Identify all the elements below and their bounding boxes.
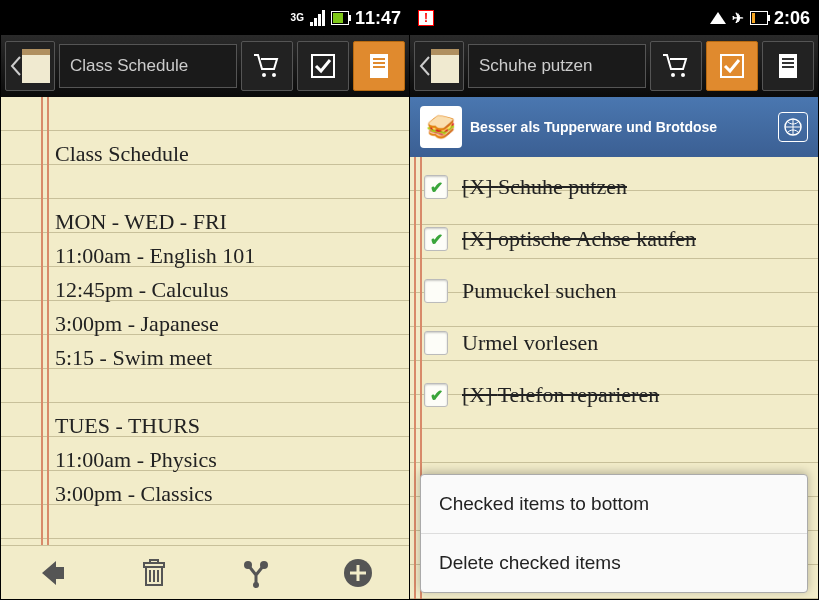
checkbox[interactable] <box>424 175 448 199</box>
clock: 11:47 <box>355 8 401 29</box>
phone-left: 3G 11:47 Class Schedule Class Schedule M… <box>1 1 409 599</box>
phone-right: ! ✈ 2:06 Schuhe putzen 🥪 Besser als Tupp… <box>409 1 818 599</box>
globe-button[interactable] <box>778 112 808 142</box>
shopping-mode-button[interactable] <box>241 41 293 91</box>
notepad-icon <box>22 49 50 83</box>
note-mode-button[interactable] <box>353 41 405 91</box>
note-title-field[interactable]: Schuhe putzen <box>468 44 646 88</box>
sandwich-icon: 🥪 <box>420 106 462 148</box>
signal-icon <box>310 10 325 26</box>
context-menu: Checked items to bottom Delete checked i… <box>420 474 808 593</box>
checklist-mode-button[interactable] <box>297 41 349 91</box>
checklist-item[interactable]: Telefon reparieren <box>410 369 818 421</box>
alert-icon: ! <box>418 10 434 26</box>
checklist-item[interactable]: Pumuckel suchen <box>410 265 818 317</box>
item-label: optische Achse kaufen <box>462 226 696 252</box>
note-line: MON - WED - FRI <box>55 205 397 239</box>
note-line: 11:00am - Physics <box>55 443 397 477</box>
back-button[interactable] <box>5 41 55 91</box>
checklist-item[interactable]: optische Achse kaufen <box>410 213 818 265</box>
svg-point-14 <box>671 73 675 77</box>
shopping-mode-button[interactable] <box>650 41 702 91</box>
checklist-paper: Schuhe putzen optische Achse kaufen Pumu… <box>410 157 818 599</box>
svg-point-1 <box>272 73 276 77</box>
svg-rect-16 <box>721 55 743 77</box>
checkbox[interactable] <box>424 279 448 303</box>
checkbox[interactable] <box>424 227 448 251</box>
item-label: Urmel vorlesen <box>462 330 598 356</box>
share-button[interactable] <box>236 553 276 593</box>
cart-icon <box>252 51 282 81</box>
network-3g-icon: 3G <box>291 13 304 23</box>
check-icon <box>308 51 338 81</box>
ad-banner[interactable]: 🥪 Besser als Tupperware und Brotdose <box>410 97 818 157</box>
note-line: 3:00pm - Classics <box>55 477 397 511</box>
status-bar: 3G 11:47 <box>1 1 409 35</box>
note-line: 3:00pm - Japanese <box>55 307 397 341</box>
back-arrow-button[interactable] <box>32 553 72 593</box>
plus-icon <box>342 557 374 589</box>
ad-text: Besser als Tupperware und Brotdose <box>470 119 770 136</box>
checkbox[interactable] <box>424 331 448 355</box>
app-bar: Class Schedule <box>1 35 409 97</box>
check-icon <box>717 51 747 81</box>
note-mode-button[interactable] <box>762 41 814 91</box>
item-label: Telefon reparieren <box>462 382 659 408</box>
note-paper[interactable]: Class Schedule MON - WED - FRI 11:00am -… <box>1 97 409 545</box>
note-line: TUES - THURS <box>55 409 397 443</box>
note-line: 11:00am - English 101 <box>55 239 397 273</box>
add-button[interactable] <box>338 553 378 593</box>
clock: 2:06 <box>774 8 810 29</box>
item-label: Schuhe putzen <box>462 174 627 200</box>
notepad-icon <box>431 49 459 83</box>
item-label: Pumuckel suchen <box>462 278 617 304</box>
share-icon <box>240 557 272 589</box>
checklist-mode-button[interactable] <box>706 41 758 91</box>
back-button[interactable] <box>414 41 464 91</box>
menu-delete-checked[interactable]: Delete checked items <box>421 533 807 592</box>
document-icon <box>364 51 394 81</box>
svg-point-12 <box>253 582 259 588</box>
document-icon <box>773 51 803 81</box>
app-bar: Schuhe putzen <box>410 35 818 97</box>
svg-point-15 <box>681 73 685 77</box>
menu-checked-to-bottom[interactable]: Checked items to bottom <box>421 475 807 533</box>
battery-icon <box>750 11 768 25</box>
checklist-item[interactable]: Urmel vorlesen <box>410 317 818 369</box>
delete-button[interactable] <box>134 553 174 593</box>
globe-icon <box>783 117 803 137</box>
wifi-icon <box>710 12 726 24</box>
status-bar: ! ✈ 2:06 <box>410 1 818 35</box>
checklist: Schuhe putzen optische Achse kaufen Pumu… <box>410 157 818 421</box>
checklist-item[interactable]: Schuhe putzen <box>410 161 818 213</box>
arrow-left-icon <box>36 557 68 589</box>
note-line: 12:45pm - Calculus <box>55 273 397 307</box>
note-body[interactable]: Class Schedule MON - WED - FRI 11:00am -… <box>1 97 409 521</box>
svg-point-0 <box>262 73 266 77</box>
battery-icon <box>331 11 349 25</box>
airplane-icon: ✈ <box>732 10 744 26</box>
svg-rect-2 <box>312 55 334 77</box>
checkbox[interactable] <box>424 383 448 407</box>
note-title: Class Schedule <box>55 137 397 171</box>
bottom-toolbar <box>1 545 409 599</box>
cart-icon <box>661 51 691 81</box>
note-line: 5:15 - Swim meet <box>55 341 397 375</box>
trash-icon <box>138 557 170 589</box>
note-title-field[interactable]: Class Schedule <box>59 44 237 88</box>
